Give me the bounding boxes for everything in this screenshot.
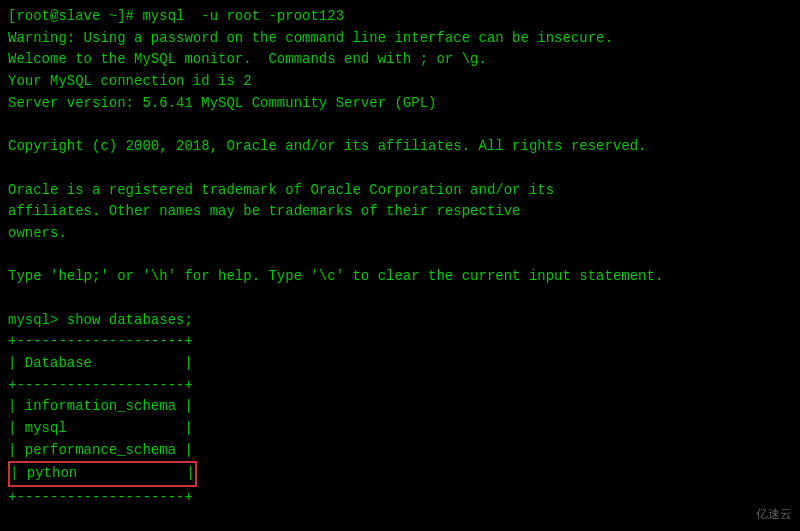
- row-info-schema: | information_schema |: [8, 396, 792, 418]
- oracle3: owners.: [8, 223, 792, 245]
- watermark: 亿速云: [756, 506, 792, 523]
- row-perf-schema: | performance_schema |: [8, 440, 792, 462]
- show-cmd: mysql> show databases;: [8, 310, 792, 332]
- table-bottom: +--------------------+: [8, 487, 792, 509]
- table-top: +--------------------+: [8, 331, 792, 353]
- warning: Warning: Using a password on the command…: [8, 28, 792, 50]
- empty-line: [8, 114, 792, 136]
- terminal-content: [root@slave ~]# mysql -u root -proot123W…: [8, 6, 792, 531]
- terminal-window: [root@slave ~]# mysql -u root -proot123W…: [0, 0, 800, 531]
- empty-line: [8, 245, 792, 267]
- welcome: Welcome to the MySQL monitor. Commands e…: [8, 49, 792, 71]
- table-sep: +--------------------+: [8, 375, 792, 397]
- cmd-line: [root@slave ~]# mysql -u root -proot123: [8, 6, 792, 28]
- help: Type 'help;' or '\h' for help. Type '\c'…: [8, 266, 792, 288]
- connection-id: Your MySQL connection id is 2: [8, 71, 792, 93]
- empty-line: [8, 158, 792, 180]
- table-header: | Database |: [8, 353, 792, 375]
- table-row-python: | python |: [8, 461, 792, 487]
- server-version: Server version: 5.6.41 MySQL Community S…: [8, 93, 792, 115]
- empty-line: [8, 509, 792, 531]
- copyright: Copyright (c) 2000, 2018, Oracle and/or …: [8, 136, 792, 158]
- empty-line: [8, 288, 792, 310]
- oracle2: affiliates. Other names may be trademark…: [8, 201, 792, 223]
- oracle1: Oracle is a registered trademark of Orac…: [8, 180, 792, 202]
- row-mysql: | mysql |: [8, 418, 792, 440]
